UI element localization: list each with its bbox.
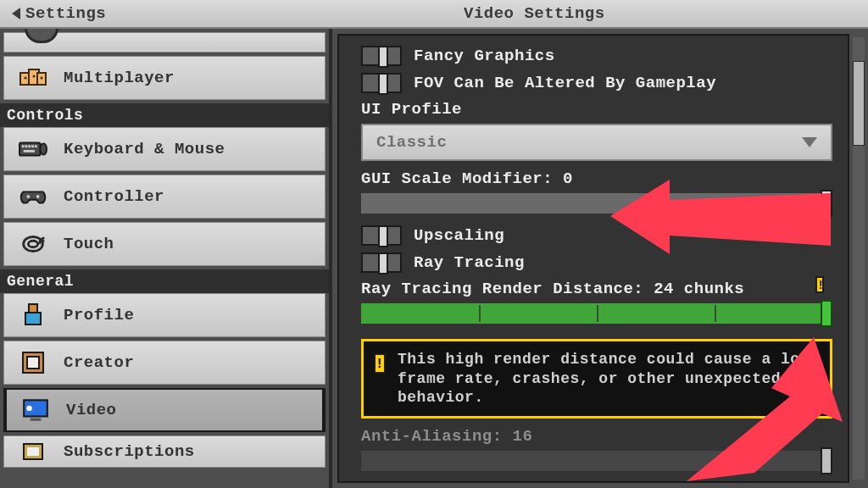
settings-list: Fancy Graphics FOV Can Be Altered By Gam… xyxy=(337,34,849,483)
rt-distance-label: Ray Tracing Render Distance: 24 chunks xyxy=(361,280,832,298)
setting-fancy-graphics: Fancy Graphics xyxy=(361,46,832,66)
subscriptions-icon xyxy=(18,440,48,463)
svg-rect-13 xyxy=(24,150,35,152)
anti-aliasing-handle[interactable] xyxy=(821,447,832,474)
chevron-down-icon xyxy=(802,137,817,147)
svg-point-7 xyxy=(41,143,47,154)
sidebar-item-label: Video xyxy=(66,401,117,419)
svg-point-14 xyxy=(26,195,30,198)
sidebar-item-touch[interactable]: Touch xyxy=(3,222,326,266)
svg-rect-12 xyxy=(35,145,37,147)
sidebar-item-truncated[interactable] xyxy=(3,32,326,53)
back-button[interactable]: Settings xyxy=(0,0,118,27)
sidebar-item-keyboard-mouse[interactable]: Keyboard & Mouse xyxy=(3,127,326,171)
keyboard-icon xyxy=(18,137,48,161)
sidebar-item-label: Keyboard & Mouse xyxy=(64,140,225,158)
svg-rect-23 xyxy=(31,419,42,421)
render-distance-warning: ! This high render distance could cause … xyxy=(361,339,832,419)
sidebar-item-label: Touch xyxy=(64,235,114,253)
gui-scale-handle[interactable] xyxy=(821,190,832,217)
gui-scale-label: GUI Scale Modifier: 0 xyxy=(361,169,832,188)
creator-icon xyxy=(18,351,48,374)
svg-rect-8 xyxy=(22,145,25,147)
ray-tracing-toggle[interactable] xyxy=(361,252,402,273)
scrollbar[interactable] xyxy=(853,37,865,480)
scrollbar-thumb[interactable] xyxy=(853,61,865,146)
sidebar-section-general: General xyxy=(0,269,329,293)
sidebar-item-label: Creator xyxy=(64,353,134,372)
rt-distance-slider[interactable] xyxy=(361,303,832,324)
svg-point-17 xyxy=(28,241,37,247)
ui-profile-dropdown[interactable]: Classic xyxy=(361,124,832,161)
setting-ray-tracing: Ray Tracing xyxy=(361,252,832,273)
page-title: Video Settings xyxy=(464,4,605,23)
upscaling-toggle[interactable] xyxy=(361,225,402,246)
sidebar-item-label: Controller xyxy=(64,187,164,206)
svg-rect-26 xyxy=(27,447,39,456)
rt-distance-handle[interactable] xyxy=(821,300,832,327)
svg-point-24 xyxy=(26,406,31,411)
sidebar-item-controller[interactable]: Controller xyxy=(3,175,326,219)
upscaling-label: Upscaling xyxy=(414,226,504,245)
svg-rect-21 xyxy=(27,357,39,369)
settings-panel: Fancy Graphics FOV Can Be Altered By Gam… xyxy=(329,29,868,488)
chevron-left-icon xyxy=(12,8,20,19)
anti-aliasing-slider[interactable] xyxy=(361,451,832,471)
warning-text: This high render distance could cause a … xyxy=(398,351,810,406)
svg-point-4 xyxy=(33,75,36,78)
multiplayer-icon xyxy=(18,66,48,90)
sidebar-item-creator[interactable]: Creator xyxy=(3,341,326,385)
sidebar-item-label: Profile xyxy=(64,306,134,324)
svg-point-3 xyxy=(25,77,27,80)
svg-rect-19 xyxy=(25,313,41,324)
svg-rect-11 xyxy=(31,145,34,147)
fancy-graphics-toggle[interactable] xyxy=(361,46,402,66)
svg-rect-6 xyxy=(19,142,41,155)
title-bar: Settings Video Settings xyxy=(0,0,868,29)
ui-profile-value: Classic xyxy=(376,133,447,152)
profile-icon xyxy=(18,303,48,327)
sidebar-item-label: Multiplayer xyxy=(64,69,175,87)
fov-alter-toggle[interactable] xyxy=(361,73,402,93)
warning-bang-icon: ! xyxy=(374,353,386,374)
warning-icon xyxy=(815,276,824,293)
svg-rect-18 xyxy=(29,304,37,313)
svg-rect-10 xyxy=(28,145,31,147)
sidebar: Multiplayer Controls Keyboard & Mouse Co… xyxy=(0,29,329,488)
gui-scale-slider[interactable] xyxy=(361,193,832,214)
svg-point-15 xyxy=(36,195,40,198)
svg-rect-9 xyxy=(25,145,28,147)
anti-aliasing-label: Anti-Aliasing: 16 xyxy=(361,427,832,446)
sidebar-section-controls: Controls xyxy=(0,103,329,127)
setting-fov-alter: FOV Can Be Altered By Gameplay xyxy=(361,73,832,93)
ui-profile-label: UI Profile xyxy=(361,100,832,119)
back-label: Settings xyxy=(25,4,106,23)
touch-icon xyxy=(18,232,48,256)
svg-point-5 xyxy=(41,77,43,80)
sidebar-item-label: Subscriptions xyxy=(64,442,195,461)
setting-upscaling: Upscaling xyxy=(361,225,832,246)
sidebar-item-multiplayer[interactable]: Multiplayer xyxy=(3,56,326,100)
ray-tracing-label: Ray Tracing xyxy=(414,253,525,272)
video-icon xyxy=(20,398,51,422)
controller-icon xyxy=(18,185,48,208)
fancy-graphics-label: Fancy Graphics xyxy=(414,47,555,65)
fov-alter-label: FOV Can Be Altered By Gameplay xyxy=(414,74,716,92)
sidebar-item-video[interactable]: Video xyxy=(3,388,326,432)
sidebar-item-subscriptions[interactable]: Subscriptions xyxy=(3,435,326,468)
rt-distance-row xyxy=(361,303,832,324)
sidebar-item-profile[interactable]: Profile xyxy=(3,293,326,337)
